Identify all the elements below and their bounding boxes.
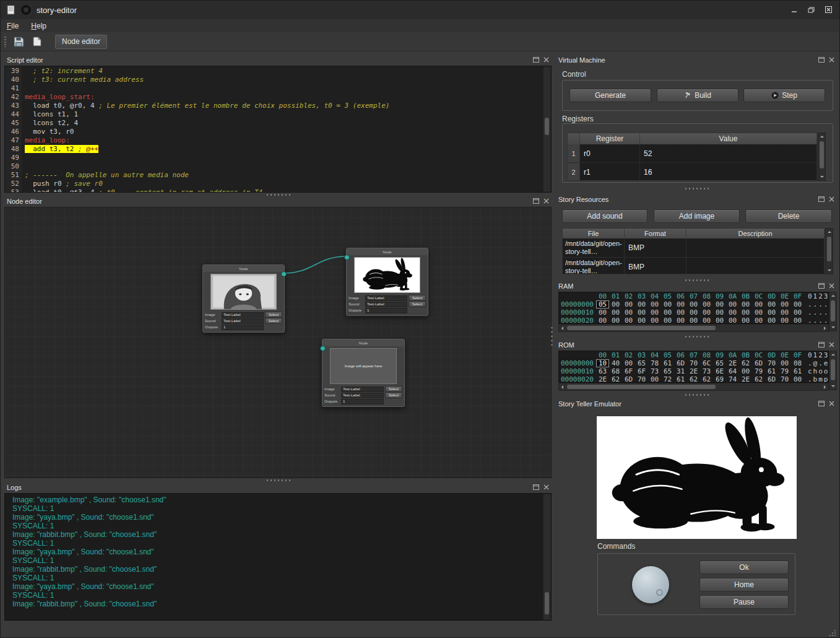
scrollbar-thumb[interactable] bbox=[827, 237, 831, 261]
scroll-down-arrow[interactable] bbox=[829, 383, 836, 390]
registers-table[interactable]: Register Value 1r0522r116 bbox=[567, 133, 818, 181]
delete-button[interactable]: Delete bbox=[745, 209, 832, 223]
close-icon[interactable] bbox=[828, 400, 836, 408]
step-button[interactable]: Step bbox=[743, 89, 825, 102]
node-editor-toggle[interactable]: Node editor bbox=[55, 35, 107, 49]
column-header-description[interactable]: Description bbox=[686, 229, 825, 238]
rom-horizontal-scrollbar[interactable] bbox=[558, 383, 829, 391]
registers-scrollbar[interactable] bbox=[818, 133, 826, 181]
ram-vertical-scrollbar[interactable] bbox=[829, 292, 837, 331]
close-icon[interactable] bbox=[542, 483, 550, 491]
column-splitter-handle[interactable] bbox=[550, 327, 553, 346]
splitter-handle[interactable] bbox=[266, 479, 292, 482]
pause-button[interactable]: Pause bbox=[699, 595, 789, 609]
scrollbar-thumb[interactable] bbox=[567, 326, 716, 330]
scrollbar-thumb[interactable] bbox=[831, 359, 835, 380]
close-icon[interactable] bbox=[828, 282, 836, 290]
float-icon[interactable] bbox=[817, 56, 825, 64]
ok-button[interactable]: Ok bbox=[699, 561, 789, 574]
scroll-right-arrow[interactable] bbox=[821, 325, 828, 331]
float-icon[interactable] bbox=[817, 341, 825, 349]
node-select-button[interactable]: Select bbox=[385, 392, 402, 398]
scrollbar-thumb[interactable] bbox=[831, 300, 835, 321]
scroll-up-arrow[interactable] bbox=[818, 133, 825, 140]
register-row[interactable]: 1r052 bbox=[568, 144, 817, 163]
resources-scrollbar[interactable] bbox=[825, 228, 833, 274]
window-resize-grip[interactable] bbox=[828, 628, 836, 638]
node-select-button[interactable]: Select bbox=[385, 386, 402, 392]
media-node-1[interactable]: Node ImageTest-LabelSelectSoundTest-Labe… bbox=[202, 264, 285, 333]
close-button[interactable] bbox=[821, 3, 836, 16]
register-row[interactable]: 2r116 bbox=[568, 163, 817, 181]
node-select-button[interactable]: Select bbox=[265, 312, 282, 318]
rom-vertical-scrollbar[interactable] bbox=[829, 351, 837, 390]
float-icon[interactable] bbox=[532, 197, 540, 205]
scroll-left-arrow[interactable] bbox=[559, 325, 566, 331]
scroll-up-arrow[interactable] bbox=[829, 292, 836, 299]
close-icon[interactable] bbox=[828, 56, 836, 64]
rom-hex-view[interactable]: 000102030405060708090A0B0C0D0E0F01234567… bbox=[558, 351, 829, 383]
home-button[interactable]: Home bbox=[699, 578, 789, 592]
scrollbar-thumb[interactable] bbox=[820, 141, 824, 168]
node-row-label: Sound bbox=[205, 319, 220, 323]
splitter-handle[interactable] bbox=[684, 335, 710, 338]
maximize-button[interactable] bbox=[803, 3, 819, 16]
node-select-button[interactable]: Select bbox=[265, 318, 282, 324]
minimize-button[interactable] bbox=[786, 3, 802, 16]
resources-table[interactable]: File Format Description /mnt/data/git/op… bbox=[562, 228, 825, 274]
hex-address: 00000000 bbox=[559, 359, 596, 367]
script-vertical-scrollbar[interactable] bbox=[543, 66, 551, 192]
generate-button[interactable]: Generate bbox=[569, 89, 651, 102]
new-file-button[interactable] bbox=[29, 33, 45, 50]
media-node-2[interactable]: Node ImageTest-LabelSelectSoundTest-Labe… bbox=[346, 248, 428, 316]
scroll-up-arrow[interactable] bbox=[829, 351, 836, 358]
menu-file[interactable]: File bbox=[1, 20, 25, 32]
input-port[interactable] bbox=[320, 346, 326, 351]
ram-horizontal-scrollbar[interactable] bbox=[558, 324, 829, 332]
rotary-knob[interactable] bbox=[632, 566, 669, 603]
column-header-format[interactable]: Format bbox=[625, 229, 686, 238]
column-header-register[interactable]: Register bbox=[580, 133, 640, 144]
script-editor-view[interactable]: 394041424344454647484950515253 ; t2: inc… bbox=[4, 66, 552, 193]
scroll-right-arrow[interactable] bbox=[821, 383, 828, 390]
scrollbar-thumb[interactable] bbox=[567, 385, 716, 389]
code-area[interactable]: ; t2: increment 4 ; t3: current media ad… bbox=[22, 66, 551, 192]
input-port[interactable] bbox=[344, 255, 350, 260]
add-image-button[interactable]: Add image bbox=[654, 209, 740, 223]
close-icon[interactable] bbox=[542, 197, 550, 205]
logs-view[interactable]: Image: "example.bmp" , Sound: "choose1.s… bbox=[4, 493, 552, 621]
resource-row[interactable]: /mnt/data/git/open-story-tell…BMP bbox=[563, 238, 825, 258]
scroll-left-arrow[interactable] bbox=[559, 383, 566, 390]
output-port[interactable] bbox=[281, 271, 287, 277]
float-icon[interactable] bbox=[532, 483, 540, 491]
scroll-up-arrow[interactable] bbox=[826, 229, 833, 235]
splitter-handle[interactable] bbox=[684, 393, 710, 396]
close-icon[interactable] bbox=[828, 341, 836, 349]
node-select-button[interactable]: Select bbox=[409, 295, 426, 301]
scroll-down-arrow[interactable] bbox=[829, 324, 836, 331]
close-icon[interactable] bbox=[828, 195, 836, 203]
float-icon[interactable] bbox=[532, 56, 540, 64]
float-icon[interactable] bbox=[817, 282, 825, 290]
menu-help[interactable]: Help bbox=[25, 20, 53, 32]
column-header-file[interactable]: File bbox=[563, 229, 625, 238]
node-select-button[interactable]: Select bbox=[409, 301, 426, 307]
float-icon[interactable] bbox=[817, 400, 825, 408]
scroll-down-arrow[interactable] bbox=[826, 267, 833, 274]
column-header-value[interactable]: Value bbox=[640, 133, 817, 144]
scrollbar-thumb[interactable] bbox=[545, 118, 549, 135]
scroll-down-arrow[interactable] bbox=[818, 173, 825, 180]
resource-row[interactable]: /mnt/data/git/open-story-tell…BMP bbox=[563, 258, 825, 274]
toolbar-drag-handle[interactable] bbox=[4, 36, 7, 47]
float-icon[interactable] bbox=[817, 195, 825, 203]
build-button[interactable]: Build bbox=[657, 89, 738, 102]
media-node-3[interactable]: Node Image will appear here ImageTest-La… bbox=[322, 339, 405, 407]
scrollbar-thumb[interactable] bbox=[545, 592, 549, 614]
close-icon[interactable] bbox=[542, 56, 550, 64]
logs-vertical-scrollbar[interactable] bbox=[543, 494, 551, 620]
ram-hex-view[interactable]: 000102030405060708090A0B0C0D0E0F01234567… bbox=[558, 292, 829, 324]
node-canvas[interactable]: Node ImageTest-LabelSelectSoundTest-Labe… bbox=[4, 207, 552, 478]
splitter-handle[interactable] bbox=[684, 187, 710, 190]
save-button[interactable] bbox=[11, 33, 27, 50]
add-sound-button[interactable]: Add sound bbox=[562, 209, 647, 223]
